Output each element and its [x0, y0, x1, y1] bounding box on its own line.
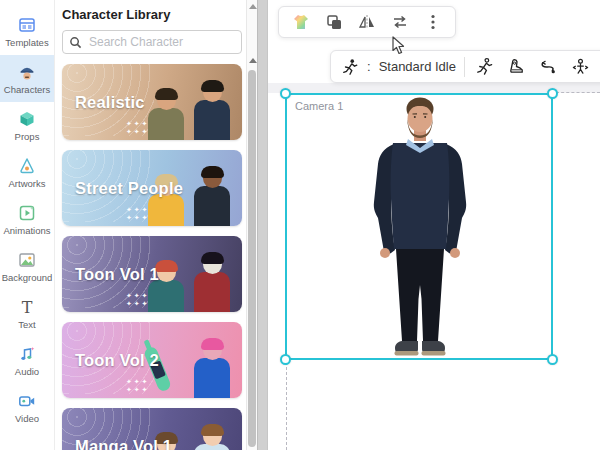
banner-realistic[interactable]: Realistic ✦ ✦ ✦✦ ✦ ✦: [62, 64, 242, 140]
stage-canvas[interactable]: Camera 1: [268, 0, 600, 450]
panel-splitter[interactable]: [257, 0, 268, 450]
banner-toon-vol-1[interactable]: Toon Vol 1 ✦ ✦ ✦✦ ✦ ✦: [62, 236, 242, 312]
resize-handle-bottom-right[interactable]: [547, 354, 558, 365]
sidebar-item-label: Video: [15, 413, 39, 424]
scroll-up-icon[interactable]: [249, 58, 257, 63]
sparkles-decoration: ✦ ✦ ✦✦ ✦ ✦: [126, 378, 148, 394]
swap-icon: [390, 12, 410, 32]
run-icon: [341, 58, 359, 76]
sidebar-item-props[interactable]: Props: [0, 102, 54, 149]
toolbar-divider: [464, 57, 465, 77]
sidebar-item-label: Background: [2, 272, 53, 283]
banner-figure: [194, 169, 230, 226]
banner-street-people[interactable]: Street People ✦ ✦ ✦✦ ✦ ✦: [62, 150, 242, 226]
run-action-button[interactable]: [473, 55, 497, 79]
character-animation-app: Templates Characters Props: [0, 0, 600, 450]
banner-figure: [194, 255, 230, 312]
sidebar-item-templates[interactable]: Templates: [0, 8, 54, 55]
banner-list: Realistic ✦ ✦ ✦✦ ✦ ✦ Street People ✦ ✦ ✦…: [62, 64, 242, 450]
sidebar-item-artworks[interactable]: Artworks: [0, 149, 54, 196]
duplicate-button[interactable]: [322, 10, 346, 34]
video-icon: [17, 391, 37, 411]
banner-label: Street People: [62, 179, 183, 198]
characters-icon: [17, 62, 37, 82]
panel-title: Character Library: [62, 7, 242, 22]
character-library-panel: Character Library Realistic ✦ ✦ ✦✦ ✦ ✦: [55, 0, 246, 450]
walk-shoe-icon: [507, 57, 526, 76]
search-input[interactable]: [87, 34, 235, 50]
background-icon: [17, 250, 37, 270]
more-icon: [423, 12, 443, 32]
camera-label: Camera 1: [295, 100, 343, 112]
sparkles-decoration: ✦ ✦ ✦✦ ✦ ✦: [126, 292, 148, 308]
banner-label: Realistic: [62, 93, 145, 112]
animations-icon: [17, 203, 37, 223]
turn-action-button[interactable]: [569, 55, 593, 79]
audio-icon: [17, 344, 37, 364]
character-toolbar: [278, 6, 456, 38]
banner-label: Manga Vol 1: [62, 437, 172, 450]
sparkles-decoration: ✦ ✦ ✦✦ ✦ ✦: [126, 120, 148, 136]
outfit-icon: [291, 12, 311, 32]
banner-label: Toon Vol 2: [62, 351, 159, 370]
sidebar-item-label: Characters: [4, 84, 50, 95]
banner-toon-vol-2[interactable]: Toon Vol 2 ✦ ✦ ✦✦ ✦ ✦: [62, 322, 242, 398]
sidebar-item-text[interactable]: T Text: [0, 290, 54, 337]
banner-figure: [194, 427, 230, 450]
more-button[interactable]: [421, 10, 445, 34]
flip-horizontal-icon: [357, 12, 377, 32]
props-icon: [17, 109, 37, 129]
sidebar-item-audio[interactable]: Audio: [0, 337, 54, 384]
search-box[interactable]: [62, 30, 242, 54]
scroll-up-icon[interactable]: [249, 4, 257, 9]
sidebar-item-label: Templates: [5, 37, 48, 48]
action-toolbar: : Standard Idle: [330, 50, 600, 83]
sidebar-item-characters[interactable]: Characters: [0, 55, 54, 102]
text-icon: T: [17, 297, 37, 317]
templates-icon: [17, 15, 37, 35]
sidebar-item-label: Audio: [15, 366, 39, 377]
banner-manga-vol-1[interactable]: Manga Vol 1: [62, 408, 242, 450]
sidebar-item-label: Props: [15, 131, 40, 142]
search-icon: [69, 36, 82, 49]
sidebar: Templates Characters Props: [0, 0, 55, 450]
panel-scrollbar[interactable]: [246, 0, 257, 450]
sidebar-item-video[interactable]: Video: [0, 384, 54, 431]
sparkles-decoration: ✦ ✦ ✦✦ ✦ ✦: [126, 206, 148, 222]
banner-figure: [148, 91, 184, 140]
outfit-button[interactable]: [289, 10, 313, 34]
duplicate-icon: [324, 12, 344, 32]
sidebar-item-label: Artworks: [9, 178, 46, 189]
resize-handle-top-right[interactable]: [547, 88, 558, 99]
scrollbar-thumb[interactable]: [248, 70, 256, 447]
walk-action-button[interactable]: [505, 55, 529, 79]
flip-horizontal-button[interactable]: [355, 10, 379, 34]
svg-text:T: T: [22, 298, 33, 317]
banner-label: Toon Vol 1: [62, 265, 159, 284]
resize-handle-top-left[interactable]: [280, 88, 291, 99]
character-figure[interactable]: [358, 97, 482, 359]
banner-figure: [194, 83, 230, 140]
sidebar-item-animations[interactable]: Animations: [0, 196, 54, 243]
sidebar-item-background[interactable]: Background: [0, 243, 54, 290]
motion-path-action-button[interactable]: [537, 55, 561, 79]
swap-button[interactable]: [388, 10, 412, 34]
current-action-label: Standard Idle: [379, 59, 456, 74]
scene-boundary-dashed-h: [556, 92, 600, 93]
turn-icon: [571, 57, 590, 76]
scene-boundary-dashed-v: [286, 362, 287, 450]
motion-path-icon: [539, 57, 558, 76]
resize-handle-bottom-left[interactable]: [280, 354, 291, 365]
action-separator: :: [367, 59, 371, 74]
banner-figure: [194, 341, 230, 398]
run-icon: [475, 57, 494, 76]
sidebar-item-label: Animations: [4, 225, 51, 236]
artworks-icon: [17, 156, 37, 176]
sidebar-item-label: Text: [18, 319, 35, 330]
